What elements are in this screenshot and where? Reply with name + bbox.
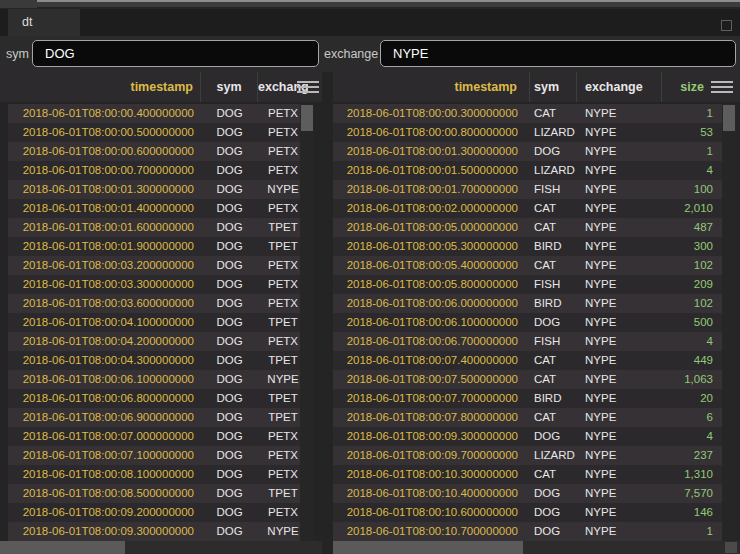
table-row[interactable]: 2018-06-01T08:00:10.300000000CATNYPE1,31… (333, 465, 722, 484)
table-row[interactable]: 2018-06-01T08:00:01.500000000LIZARDNYPE4 (333, 161, 722, 180)
table-row[interactable]: 2018-06-01T08:00:01.300000000DOGNYPE (8, 180, 308, 199)
sym-filter-label: sym (6, 36, 29, 72)
table-row[interactable]: 2018-06-01T08:00:09.200000000DOGPETX (8, 503, 308, 522)
table-row[interactable]: 2018-06-01T08:00:05.000000000CATNYPE487 (333, 218, 722, 237)
right-vertical-scrollbar-thumb[interactable] (723, 105, 735, 131)
column-header-sym[interactable]: sym (530, 72, 577, 102)
table-row[interactable]: 2018-06-01T08:00:07.700000000BIRDNYPE20 (333, 389, 722, 408)
table-row[interactable]: 2018-06-01T08:00:01.600000000DOGTPET (8, 218, 308, 237)
tables-area: timestamp sym exchange 2018-06-01T08:00:… (0, 72, 740, 554)
table-row[interactable]: 2018-06-01T08:00:07.100000000DOGPETX (8, 446, 308, 465)
table-row[interactable]: 2018-06-01T08:00:08.100000000DOGPETX (8, 465, 308, 484)
cell-exchange: NYPE (577, 313, 662, 332)
table-row[interactable]: 2018-06-01T08:00:10.600000000DOGNYPE146 (333, 503, 722, 522)
left-vertical-scrollbar[interactable] (300, 104, 314, 541)
cell-sym: FISH (530, 180, 577, 199)
cell-size: 487 (662, 218, 722, 237)
cell-timestamp: 2018-06-01T08:00:10.400000000 (333, 484, 530, 503)
table-row[interactable]: 2018-06-01T08:00:00.400000000DOGPETX (8, 104, 308, 123)
table-row[interactable]: 2018-06-01T08:00:00.500000000DOGPETX (8, 123, 308, 142)
table-row[interactable]: 2018-06-01T08:00:05.400000000CATNYPE102 (333, 256, 722, 275)
cell-exchange: NYPE (577, 275, 662, 294)
cell-timestamp: 2018-06-01T08:00:01.300000000 (8, 180, 201, 199)
cell-exchange: NYPE (577, 484, 662, 503)
table-row[interactable]: 2018-06-01T08:00:01.400000000DOGPETX (8, 199, 308, 218)
table-row[interactable]: 2018-06-01T08:00:06.000000000BIRDNYPE102 (333, 294, 722, 313)
left-horizontal-scrollbar[interactable] (0, 541, 322, 554)
table-row[interactable]: 2018-06-01T08:00:10.700000000DOGNYPE1 (333, 522, 722, 541)
right-horizontal-scrollbar[interactable] (333, 541, 740, 554)
cell-exchange: NYPE (577, 161, 662, 180)
table-row[interactable]: 2018-06-01T08:00:07.800000000CATNYPE6 (333, 408, 722, 427)
column-header-timestamp[interactable]: timestamp (333, 72, 530, 102)
table-row[interactable]: 2018-06-01T08:00:01.300000000DOGNYPE1 (333, 142, 722, 161)
cell-timestamp: 2018-06-01T08:00:08.500000000 (8, 484, 201, 503)
table-row[interactable]: 2018-06-01T08:00:06.100000000DOGNYPE (8, 370, 308, 389)
table-row[interactable]: 2018-06-01T08:00:00.600000000DOGPETX (8, 142, 308, 161)
table-row[interactable]: 2018-06-01T08:00:05.800000000FISHNYPE209 (333, 275, 722, 294)
menu-icon[interactable] (711, 81, 733, 93)
exchange-filter-label: exchange (324, 36, 378, 72)
table-row[interactable]: 2018-06-01T08:00:08.500000000DOGTPET (8, 484, 308, 503)
table-row[interactable]: 2018-06-01T08:00:06.100000000DOGNYPE500 (333, 313, 722, 332)
cell-sym: DOG (201, 313, 258, 332)
table-row[interactable]: 2018-06-01T08:00:04.200000000DOGPETX (8, 332, 308, 351)
right-vertical-scrollbar[interactable] (722, 104, 736, 541)
table-row[interactable]: 2018-06-01T08:00:07.500000000CATNYPE1,06… (333, 370, 722, 389)
table-row[interactable]: 2018-06-01T08:00:09.300000000DOGNYPE4 (333, 427, 722, 446)
table-row[interactable]: 2018-06-01T08:00:09.700000000LIZARDNYPE2… (333, 446, 722, 465)
tab-dt[interactable]: dt (8, 9, 80, 36)
table-row[interactable]: 2018-06-01T08:00:07.000000000DOGPETX (8, 427, 308, 446)
cell-sym: DOG (201, 218, 258, 237)
cell-size: 7,570 (662, 484, 722, 503)
table-row[interactable]: 2018-06-01T08:00:00.700000000DOGPETX (8, 161, 308, 180)
table-row[interactable]: 2018-06-01T08:00:01.900000000DOGTPET (8, 237, 308, 256)
table-row[interactable]: 2018-06-01T08:00:10.400000000DOGNYPE7,57… (333, 484, 722, 503)
table-row[interactable]: 2018-06-01T08:00:06.700000000FISHNYPE4 (333, 332, 722, 351)
left-vertical-scrollbar-thumb[interactable] (301, 105, 313, 131)
table-row[interactable]: 2018-06-01T08:00:02.000000000CATNYPE2,01… (333, 199, 722, 218)
left-horizontal-scrollbar-thumb[interactable] (0, 541, 125, 554)
table-row[interactable]: 2018-06-01T08:00:03.200000000DOGPETX (8, 256, 308, 275)
table-row[interactable]: 2018-06-01T08:00:04.300000000DOGTPET (8, 351, 308, 370)
table-row[interactable]: 2018-06-01T08:00:06.800000000DOGTPET (8, 389, 308, 408)
table-row[interactable]: 2018-06-01T08:00:06.900000000DOGTPET (8, 408, 308, 427)
table-row[interactable]: 2018-06-01T08:00:03.300000000DOGPETX (8, 275, 308, 294)
table-row[interactable]: 2018-06-01T08:00:04.100000000DOGTPET (8, 313, 308, 332)
cell-exchange: NYPE (577, 522, 662, 541)
cell-size: 102 (662, 294, 722, 313)
cell-size: 1 (662, 142, 722, 161)
sym-filter-input[interactable] (32, 40, 319, 67)
cell-timestamp: 2018-06-01T08:00:03.200000000 (8, 256, 201, 275)
table-row[interactable]: 2018-06-01T08:00:05.300000000BIRDNYPE300 (333, 237, 722, 256)
table-row[interactable]: 2018-06-01T08:00:09.300000000DOGNYPE (8, 522, 308, 541)
top-strip-scrollbar[interactable] (37, 0, 740, 7)
cell-size: 237 (662, 446, 722, 465)
cell-timestamp: 2018-06-01T08:00:00.800000000 (333, 123, 530, 142)
cell-timestamp: 2018-06-01T08:00:09.700000000 (333, 446, 530, 465)
column-header-sym[interactable]: sym (201, 72, 258, 102)
table-row[interactable]: 2018-06-01T08:00:07.400000000CATNYPE449 (333, 351, 722, 370)
cell-timestamp: 2018-06-01T08:00:01.500000000 (333, 161, 530, 180)
table-row[interactable]: 2018-06-01T08:00:01.700000000FISHNYPE100 (333, 180, 722, 199)
table-row[interactable]: 2018-06-01T08:00:00.800000000LIZARDNYPE5… (333, 123, 722, 142)
clipped-column-sliver (736, 104, 740, 541)
column-header-size[interactable]: size (662, 72, 713, 102)
cell-size: 4 (662, 427, 722, 446)
exchange-filter-input[interactable] (380, 40, 736, 67)
right-horizontal-scrollbar-thumb[interactable] (333, 541, 523, 554)
cell-timestamp: 2018-06-01T08:00:07.700000000 (333, 389, 530, 408)
cell-timestamp: 2018-06-01T08:00:01.300000000 (333, 142, 530, 161)
cell-timestamp: 2018-06-01T08:00:07.100000000 (8, 446, 201, 465)
cell-size: 102 (662, 256, 722, 275)
table-row[interactable]: 2018-06-01T08:00:00.300000000CATNYPE1 (333, 104, 722, 123)
cell-timestamp: 2018-06-01T08:00:03.300000000 (8, 275, 201, 294)
menu-icon[interactable] (297, 81, 319, 93)
column-header-timestamp[interactable]: timestamp (8, 72, 201, 102)
window-box-icon[interactable] (721, 20, 732, 31)
cell-exchange: NYPE (577, 446, 662, 465)
column-header-exchange[interactable]: exchange (577, 72, 662, 102)
cell-timestamp: 2018-06-01T08:00:07.000000000 (8, 427, 201, 446)
table-row[interactable]: 2018-06-01T08:00:03.600000000DOGPETX (8, 294, 308, 313)
cell-timestamp: 2018-06-01T08:00:09.200000000 (8, 503, 201, 522)
